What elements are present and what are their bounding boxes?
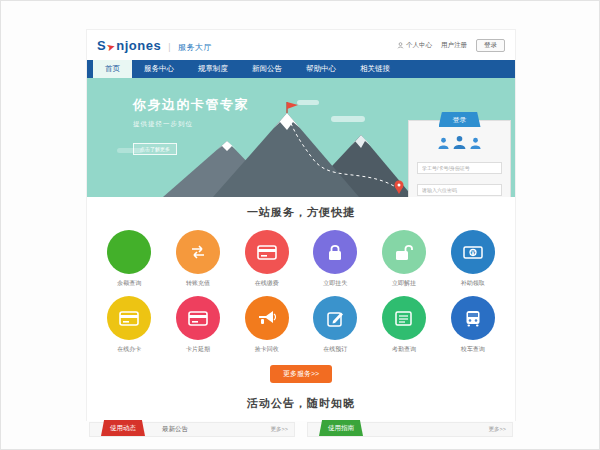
service-circle — [176, 230, 220, 274]
nav-item-news[interactable]: 新闻公告 — [240, 60, 294, 78]
service-online-payment[interactable]: 在线缴费 — [232, 230, 301, 288]
service-circle — [107, 296, 151, 340]
service-card-pickup[interactable]: 捡卡回收 — [232, 296, 301, 354]
services-title: 一站服务，方便快捷 — [87, 205, 515, 220]
user-icon — [452, 135, 467, 149]
yen-icon: ¥ — [125, 244, 134, 261]
announcement-panels: 使用动态 最新公告 更多>> 使用指南 更多>> — [87, 422, 515, 437]
service-hall-page: S➤njones | 服务大厅 个人中心 用户注册 登录 首页 服务中心 规章制… — [86, 29, 516, 421]
more-services-button[interactable]: 更多服务>> — [270, 365, 332, 383]
service-transfer-recharge[interactable]: 转账充值 — [164, 230, 233, 288]
service-circle — [382, 230, 426, 274]
transfer-arrows-icon — [188, 245, 208, 259]
personal-center-link[interactable]: 个人中心 — [397, 41, 432, 50]
service-cancel-loss[interactable]: 立即解挂 — [370, 230, 439, 288]
logo-s: S — [97, 38, 106, 53]
logo-rest: njones — [116, 38, 161, 53]
megaphone-icon — [257, 310, 276, 326]
service-circle — [245, 296, 289, 340]
lock-open-icon — [395, 244, 413, 261]
services-grid: ¥ 余额查询 转账充值 在线缴费 立即挂失 — [87, 230, 515, 354]
service-circle: ¥ — [107, 230, 151, 274]
header-links: 个人中心 用户注册 登录 — [397, 39, 505, 52]
service-circle — [451, 296, 495, 340]
register-link[interactable]: 用户注册 — [441, 41, 467, 50]
main-nav: 首页 服务中心 规章制度 新闻公告 帮助中心 相关链接 — [87, 60, 515, 78]
service-online-booking[interactable]: 在线预订 — [301, 296, 370, 354]
service-balance-query[interactable]: ¥ 余额查询 — [95, 230, 164, 288]
news-panel: 使用动态 最新公告 更多>> — [89, 422, 295, 437]
service-report-loss[interactable]: 立即挂失 — [301, 230, 370, 288]
guide-panel: 使用指南 更多>> — [307, 422, 513, 437]
services-section: 一站服务，方便快捷 ¥ 余额查询 转账充值 在线缴费 — [87, 197, 515, 383]
credit-card-icon — [119, 311, 139, 326]
login-tab[interactable]: 登录 — [439, 112, 481, 127]
hero-title: 你身边的卡管专家 — [133, 96, 249, 114]
user-icon — [437, 137, 450, 149]
edit-pencil-icon — [327, 310, 344, 327]
screenshot-frame: S➤njones | 服务大厅 个人中心 用户注册 登录 首页 服务中心 规章制… — [0, 0, 600, 450]
nav-item-help[interactable]: 帮助中心 — [294, 60, 348, 78]
hero-cta-button[interactable]: 点击了解更多 — [133, 143, 177, 155]
news-more-link[interactable]: 更多>> — [271, 426, 288, 433]
hero-text-block: 你身边的卡管专家 提供捷径一步到位 点击了解更多 — [133, 96, 249, 155]
synjones-logo[interactable]: S➤njones | 服务大厅 — [97, 38, 212, 53]
service-school-bus-query[interactable]: 校车查询 — [438, 296, 507, 354]
service-card-renewal[interactable]: 卡片延期 — [164, 296, 233, 354]
bus-icon — [465, 310, 481, 327]
header-login-button[interactable]: 登录 — [476, 39, 505, 52]
lock-closed-icon — [328, 244, 342, 261]
nav-item-service-center[interactable]: 服务中心 — [132, 60, 186, 78]
hero-banner: 你身边的卡管专家 提供捷径一步到位 点击了解更多 登录 记住用户名 | 忘记密码 — [87, 78, 515, 197]
user-avatars — [417, 135, 502, 149]
password-input[interactable] — [417, 184, 502, 196]
service-attendance-query[interactable]: 考勤查询 — [370, 296, 439, 354]
service-circle — [313, 230, 357, 274]
tab-usage-news[interactable]: 使用动态 — [101, 420, 145, 436]
banknote-icon: ¥ — [463, 246, 483, 259]
nav-item-links[interactable]: 相关链接 — [348, 60, 402, 78]
service-online-card-apply[interactable]: 在线办卡 — [95, 296, 164, 354]
service-circle — [382, 296, 426, 340]
guide-more-link[interactable]: 更多>> — [489, 426, 506, 433]
service-circle — [313, 296, 357, 340]
nav-item-rules[interactable]: 规章制度 — [186, 60, 240, 78]
hero-subtitle: 提供捷径一步到位 — [133, 120, 249, 129]
service-circle: ¥ — [451, 230, 495, 274]
user-icon — [469, 137, 482, 149]
tab-usage-guide[interactable]: 使用指南 — [319, 420, 363, 436]
credit-card-icon — [257, 245, 277, 260]
site-name: 服务大厅 — [178, 42, 212, 53]
announcements-section: 活动公告，随时知晓 使用动态 最新公告 更多>> 使用指南 更多>> — [87, 396, 515, 437]
service-subsidy-collect[interactable]: ¥ 补助领取 — [438, 230, 507, 288]
account-input[interactable] — [417, 162, 502, 174]
person-icon — [397, 42, 404, 49]
top-header: S➤njones | 服务大厅 个人中心 用户注册 登录 — [87, 30, 515, 60]
guide-panel-header: 使用指南 更多>> — [307, 422, 513, 437]
login-panel: 登录 记住用户名 | 忘记密码 cyp 换一张 登录 — [408, 120, 511, 197]
credit-card-icon — [188, 311, 208, 326]
logo-arrow-icon: ➤ — [106, 41, 116, 53]
list-icon — [395, 311, 412, 326]
logo-divider: | — [168, 42, 171, 52]
news-panel-header: 使用动态 最新公告 更多>> — [89, 422, 295, 437]
announcements-title: 活动公告，随时知晓 — [87, 396, 515, 411]
tab-latest-announcements[interactable]: 最新公告 — [162, 425, 188, 434]
service-circle — [176, 296, 220, 340]
nav-item-home[interactable]: 首页 — [93, 60, 132, 78]
service-circle — [245, 230, 289, 274]
